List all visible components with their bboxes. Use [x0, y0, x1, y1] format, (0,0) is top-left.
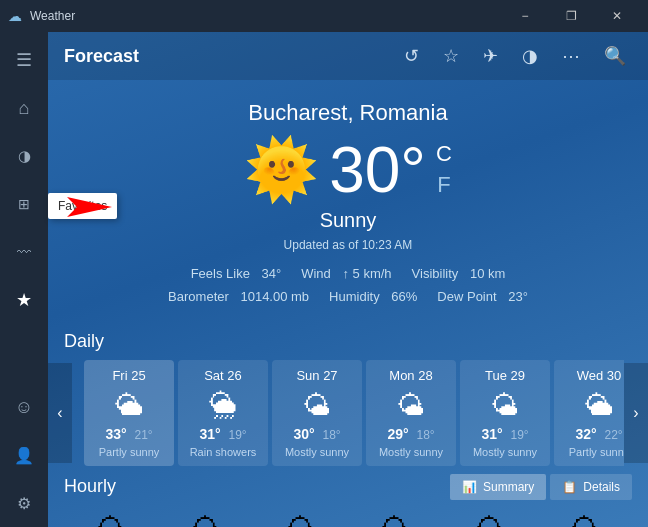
temp-units: C F [436, 139, 452, 201]
sidebar-item-person[interactable]: 👤 [0, 431, 48, 479]
search-icon[interactable]: 🔍 [598, 41, 632, 71]
sidebar-item-settings[interactable]: ⚙ [0, 479, 48, 527]
hourly-toggle: 📊 Summary 📋 Details [450, 474, 632, 500]
scroll-right-button[interactable]: › [624, 363, 648, 463]
app-icon: ☁ [8, 8, 22, 24]
favorite-icon[interactable]: ☆ [437, 41, 465, 71]
hourly-item: 🌤 22° [159, 512, 254, 527]
humidity: Humidity 66% [329, 285, 417, 308]
temp-row: 🌞 30° C F [64, 134, 632, 205]
favorites-arrow-icon [52, 197, 112, 221]
wind: Wind ↑ 5 km/h [301, 262, 391, 285]
hourly-section: Hourly 📊 Summary 📋 Details 🌤 21° 🌤 22° 🌤 [48, 466, 648, 527]
window-controls: − ❐ ✕ [502, 0, 640, 32]
hourly-item: 🌤 23° [537, 512, 632, 527]
barometer: Barometer 1014.00 mb [168, 285, 309, 308]
unit-f: F [436, 170, 452, 201]
detail-row-1: Feels Like 34° Wind ↑ 5 km/h Visibility … [64, 262, 632, 285]
sidebar-item-home[interactable]: ⌂ [0, 84, 48, 132]
summary-button[interactable]: 📊 Summary [450, 474, 546, 500]
current-temp: 30° [329, 138, 426, 202]
titlebar: ☁ Weather − ❐ ✕ [0, 0, 648, 32]
hourly-item: 🌤 22° [253, 512, 348, 527]
sidebar-item-emoji[interactable]: ☺ [0, 383, 48, 431]
sidebar-item-menu[interactable]: ☰ [0, 36, 48, 84]
dew-point: Dew Point 23° [437, 285, 528, 308]
hourly-section-title: Hourly [64, 476, 450, 497]
sidebar-item-maps[interactable]: ⊞ [0, 180, 48, 228]
sidebar: ☰ ⌂ ◑ ⊞ 〰 ★ ☺ 👤 ⚙ [0, 32, 48, 527]
svg-marker-0 [67, 197, 112, 217]
minimize-button[interactable]: − [502, 0, 548, 32]
scroll-left-button[interactable]: ‹ [48, 363, 72, 463]
day-card[interactable]: Sat 26 🌦 31° 19° Rain showers [178, 360, 268, 466]
day-card[interactable]: Tue 29 🌤 31° 19° Mostly sunny [460, 360, 550, 466]
unit-c: C [436, 139, 452, 170]
toolbar: Forecast ↺ ☆ ✈ ◑ ⋯ 🔍 [48, 32, 648, 80]
app-container: ☰ ⌂ ◑ ⊞ 〰 ★ ☺ 👤 ⚙ Favorites Forecast ↺ ☆… [0, 32, 648, 527]
day-card[interactable]: Sun 27 🌤 30° 18° Mostly sunny [272, 360, 362, 466]
toolbar-title: Forecast [64, 46, 386, 67]
day-card[interactable]: Wed 30 🌥 32° 22° Partly sunny [554, 360, 624, 466]
refresh-icon[interactable]: ↺ [398, 41, 425, 71]
updated-text: Updated as of 10:23 AM [64, 238, 632, 252]
sidebar-item-favorites[interactable]: ★ [0, 276, 48, 324]
current-weather-icon: 🌞 [244, 134, 319, 205]
hourly-item: 🌤 22° [348, 512, 443, 527]
detail-row-2: Barometer 1014.00 mb Humidity 66% Dew Po… [64, 285, 632, 308]
weather-details: Feels Like 34° Wind ↑ 5 km/h Visibility … [64, 262, 632, 309]
feels-like: Feels Like 34° [191, 262, 282, 285]
weather-description: Sunny [64, 209, 632, 232]
day-card[interactable]: Mon 28 🌤 29° 18° Mostly sunny [366, 360, 456, 466]
maximize-button[interactable]: ❐ [548, 0, 594, 32]
hourly-header: Hourly 📊 Summary 📋 Details [48, 474, 648, 508]
daily-grid: Fri 25 🌥 33° 21° Partly sunny Sat 26 🌦 3… [72, 360, 624, 466]
hourly-icons-row: 🌤 21° 🌤 22° 🌤 22° 🌤 22° 🌤 23° 🌤 23° [48, 508, 648, 527]
list-icon: 📋 [562, 480, 577, 494]
theme-icon[interactable]: ◑ [516, 41, 544, 71]
sidebar-item-charts[interactable]: 〰 [0, 228, 48, 276]
daily-section-title: Daily [48, 321, 648, 360]
app-title: Weather [30, 9, 75, 23]
more-icon[interactable]: ⋯ [556, 41, 586, 71]
hourly-item: 🌤 23° [443, 512, 538, 527]
current-weather: Bucharest, Romania 🌞 30° C F Sunny Updat… [48, 80, 648, 321]
pin-icon[interactable]: ✈ [477, 41, 504, 71]
details-button[interactable]: 📋 Details [550, 474, 632, 500]
close-button[interactable]: ✕ [594, 0, 640, 32]
day-card[interactable]: Fri 25 🌥 33° 21° Partly sunny [84, 360, 174, 466]
daily-scroll-container: ‹ Fri 25 🌥 33° 21° Partly sunny Sat 26 🌦… [48, 360, 648, 466]
sidebar-item-news[interactable]: ◑ [0, 132, 48, 180]
main-content: Forecast ↺ ☆ ✈ ◑ ⋯ 🔍 Bucharest, Romania … [48, 32, 648, 527]
chart-icon: 📊 [462, 480, 477, 494]
hourly-item: 🌤 21° [64, 512, 159, 527]
city-name: Bucharest, Romania [64, 100, 632, 126]
visibility: Visibility 10 km [412, 262, 506, 285]
